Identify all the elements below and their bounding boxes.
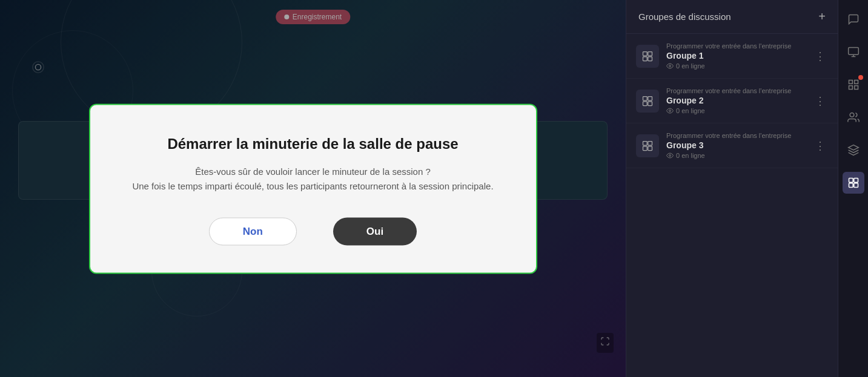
svg-rect-16	[848, 48, 858, 55]
video-area: Enregistrement Démarrer la minuterie de …	[0, 0, 626, 377]
group-subtitle-1: Programmer votre entrée dans l'entrepris…	[666, 42, 805, 50]
svg-rect-11	[643, 141, 648, 145]
svg-rect-23	[849, 179, 853, 183]
svg-rect-2	[648, 51, 652, 56]
dialog-body-line2: Une fois le temps imparti écoulé, tous l…	[132, 180, 493, 191]
dialog-buttons: Non Oui	[127, 217, 500, 245]
group-icon-3	[636, 134, 659, 157]
group-name-2: Groupe 2	[666, 96, 805, 105]
layers-icon[interactable]	[843, 139, 864, 161]
svg-point-15	[669, 155, 671, 157]
users-icon[interactable]	[843, 107, 864, 128]
btn-non[interactable]: Non	[209, 217, 297, 245]
group-info-3: Programmer votre entrée dans l'entrepris…	[666, 132, 805, 159]
group-name-3: Groupe 3	[666, 140, 805, 150]
svg-rect-4	[648, 56, 652, 61]
group-list: Programmer votre entrée dans l'entrepris…	[626, 34, 838, 377]
sidebar-header: Groupes de discussion +	[626, 0, 838, 34]
svg-rect-24	[853, 179, 858, 183]
svg-rect-12	[648, 141, 652, 145]
group-info-1: Programmer votre entrée dans l'entrepris…	[666, 42, 805, 70]
group-online-2: 0 en ligne	[666, 107, 805, 114]
group-menu-3[interactable]: ⋮	[812, 137, 828, 155]
group-subtitle-2: Programmer votre entrée dans l'entrepris…	[666, 87, 805, 94]
svg-rect-3	[643, 56, 648, 61]
breakout-icon[interactable]	[843, 172, 864, 194]
group-item-2: Programmer votre entrée dans l'entrepris…	[626, 79, 838, 123]
group-item-3: Programmer votre entrée dans l'entrepris…	[626, 123, 838, 168]
icon-strip	[838, 0, 868, 377]
svg-rect-7	[648, 96, 652, 100]
add-group-button[interactable]: +	[818, 10, 826, 24]
poll-icon[interactable]	[843, 74, 864, 96]
btn-oui[interactable]: Oui	[333, 217, 417, 245]
svg-point-5	[669, 65, 671, 67]
group-icon-2	[636, 90, 659, 113]
svg-rect-26	[853, 183, 858, 188]
dialog-body: Êtes-vous sûr de vouloir lancer le minut…	[127, 164, 500, 193]
group-online-1: 0 en ligne	[666, 62, 805, 70]
group-menu-2[interactable]: ⋮	[812, 92, 828, 110]
svg-rect-8	[643, 101, 648, 105]
dialog-body-line1: Êtes-vous sûr de vouloir lancer le minut…	[195, 166, 431, 176]
group-info-2: Programmer votre entrée dans l'entrepris…	[666, 87, 805, 114]
svg-rect-19	[854, 86, 858, 90]
svg-rect-25	[849, 183, 853, 188]
chat-icon[interactable]	[843, 8, 864, 30]
svg-rect-6	[643, 96, 648, 100]
svg-rect-9	[648, 101, 652, 105]
svg-rect-14	[648, 146, 652, 150]
group-item-1: Programmer votre entrée dans l'entrepris…	[626, 34, 838, 79]
svg-rect-1	[643, 51, 648, 56]
poll-badge	[858, 75, 863, 80]
participants-icon[interactable]	[843, 41, 864, 63]
dialog-title: Démarrer la minuterie de la salle de pau…	[127, 135, 500, 152]
group-icon-1	[636, 45, 659, 68]
svg-rect-17	[849, 80, 852, 84]
group-name-1: Groupe 1	[666, 51, 805, 61]
group-online-3: 0 en ligne	[666, 152, 805, 159]
group-menu-1[interactable]: ⋮	[812, 47, 828, 65]
svg-point-21	[850, 113, 854, 117]
svg-rect-18	[854, 80, 858, 84]
group-subtitle-3: Programmer votre entrée dans l'entrepris…	[666, 132, 805, 139]
svg-point-10	[669, 110, 671, 112]
svg-rect-13	[643, 146, 648, 150]
sidebar-title: Groupes de discussion	[638, 11, 731, 22]
discussion-groups-sidebar: Groupes de discussion + Programmer votre…	[626, 0, 838, 377]
svg-rect-20	[849, 86, 852, 90]
confirmation-dialog: Démarrer la minuterie de la salle de pau…	[89, 103, 537, 274]
svg-marker-22	[848, 145, 858, 150]
